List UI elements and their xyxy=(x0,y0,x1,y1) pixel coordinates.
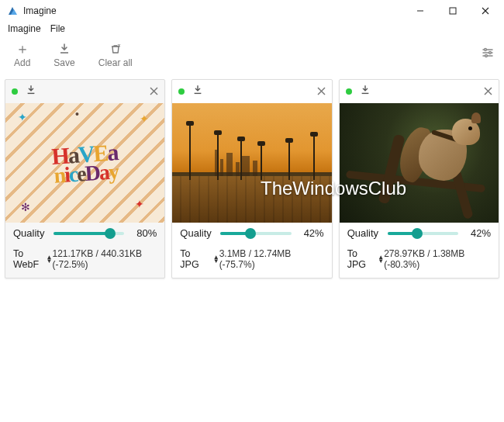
quality-slider[interactable] xyxy=(54,232,124,235)
format-row: To WebF ▲▼ 121.17KB / 440.31KB (-72.5%) xyxy=(5,244,164,278)
card-header xyxy=(172,80,331,103)
status-dot-icon xyxy=(346,88,352,95)
watermark: TheWindowsClub xyxy=(233,175,406,202)
menu-imagine[interactable]: Imagine xyxy=(8,23,41,34)
trash-icon xyxy=(109,40,122,57)
close-icon[interactable] xyxy=(317,86,326,98)
format-label: To JPG xyxy=(347,248,375,270)
quality-slider[interactable] xyxy=(388,232,458,235)
title-bar: Imagine xyxy=(0,0,504,22)
svg-point-10 xyxy=(485,49,487,51)
image-preview[interactable]: ✦ ✦ ✻ ✦ • HaVEa niceDay xyxy=(5,103,164,223)
close-button[interactable] xyxy=(476,7,495,15)
status-dot-icon xyxy=(12,88,18,95)
card-header xyxy=(5,80,164,103)
sort-icon: ▲▼ xyxy=(47,255,53,263)
close-icon[interactable] xyxy=(150,86,158,98)
quality-label: Quality xyxy=(13,227,47,239)
size-stats: 278.97KB / 1.38MB (-80.3%) xyxy=(384,248,491,270)
windows-logo-icon xyxy=(233,175,259,202)
status-dot-icon xyxy=(178,88,185,95)
format-row: To JPG ▲▼ 278.97KB / 1.38MB (-80.3%) xyxy=(340,244,499,278)
quality-label: Quality xyxy=(347,227,381,239)
add-button[interactable]: ＋ Add xyxy=(14,40,30,68)
size-stats: 121.17KB / 440.31KB (-72.5%) xyxy=(53,248,157,270)
download-icon[interactable] xyxy=(360,85,371,99)
menu-file[interactable]: File xyxy=(50,23,65,34)
menu-bar: Imagine File xyxy=(0,22,504,37)
svg-point-11 xyxy=(489,52,492,54)
plus-icon: ＋ xyxy=(16,40,29,57)
toolbar: ＋ Add Save Clear all xyxy=(0,37,504,76)
window-controls xyxy=(411,7,504,15)
format-row: To JPG ▲▼ 3.1MB / 12.74MB (-75.7%) xyxy=(172,244,331,278)
card-header xyxy=(340,80,499,103)
format-label: To WebF xyxy=(13,248,43,270)
close-icon[interactable] xyxy=(484,86,492,98)
quality-label: Quality xyxy=(180,227,214,239)
quality-slider[interactable] xyxy=(220,232,291,235)
clear-label: Clear all xyxy=(98,57,133,68)
settings-button[interactable] xyxy=(481,46,495,63)
quality-row: Quality 42% xyxy=(340,223,499,244)
window-title: Imagine xyxy=(23,5,57,16)
image-card[interactable]: ✦ ✦ ✻ ✦ • HaVEa niceDay Quality 80% To W… xyxy=(5,79,165,278)
clear-all-button[interactable]: Clear all xyxy=(98,40,133,68)
download-icon[interactable] xyxy=(26,85,36,99)
image-preview[interactable] xyxy=(340,103,499,223)
add-label: Add xyxy=(14,57,30,68)
app-icon xyxy=(6,5,19,17)
format-selector[interactable]: To JPG ▲▼ xyxy=(180,248,219,270)
quality-percent: 80% xyxy=(130,227,157,239)
save-button[interactable]: Save xyxy=(54,40,74,68)
image-preview[interactable] xyxy=(172,103,331,223)
svg-rect-3 xyxy=(450,8,456,14)
download-icon[interactable] xyxy=(192,85,203,99)
quality-row: Quality 80% xyxy=(5,223,164,244)
quality-percent: 42% xyxy=(464,227,491,239)
format-selector[interactable]: To JPG ▲▼ xyxy=(347,248,385,270)
quality-percent: 42% xyxy=(298,227,324,239)
download-icon xyxy=(58,40,71,57)
quality-row: Quality 42% xyxy=(172,223,331,244)
save-label: Save xyxy=(54,57,74,68)
sort-icon: ▲▼ xyxy=(213,255,219,263)
format-label: To JPG xyxy=(180,248,209,270)
svg-point-12 xyxy=(485,55,488,57)
minimize-button[interactable] xyxy=(411,7,430,15)
sort-icon: ▲▼ xyxy=(378,255,384,263)
format-selector[interactable]: To WebF ▲▼ xyxy=(13,248,53,270)
maximize-button[interactable] xyxy=(444,7,462,15)
size-stats: 3.1MB / 12.74MB (-75.7%) xyxy=(219,248,324,270)
watermark-text: TheWindowsClub xyxy=(261,178,406,199)
